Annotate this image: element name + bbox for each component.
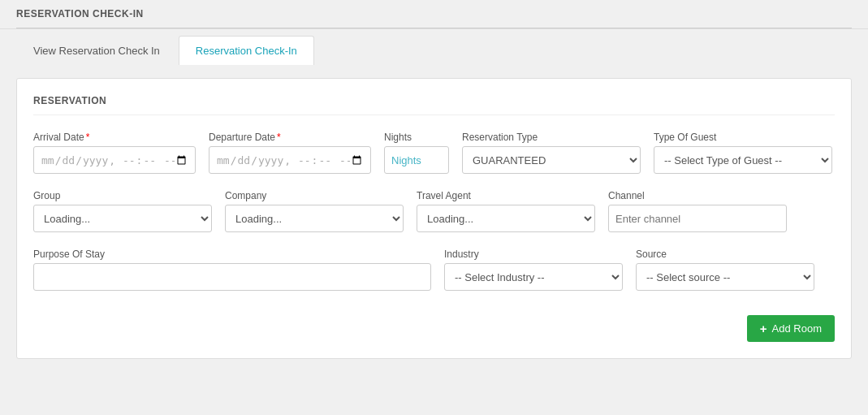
tab-view-reservation[interactable]: View Reservation Check In — [16, 36, 177, 65]
arrival-date-input[interactable] — [33, 146, 196, 174]
page-wrapper: RESERVATION CHECK-IN View Reservation Ch… — [0, 0, 868, 415]
purpose-group: Purpose Of Stay — [33, 249, 431, 291]
industry-select[interactable]: -- Select Industry -- — [444, 263, 623, 291]
top-header: RESERVATION CHECK-IN — [0, 0, 868, 29]
company-group: Company Loading... — [225, 190, 404, 232]
channel-group: Channel — [608, 190, 787, 232]
arrival-date-label: Arrival Date* — [33, 132, 196, 143]
tabs-bar: View Reservation Check In Reservation Ch… — [0, 29, 868, 65]
group-group: Group Loading... — [33, 190, 212, 232]
arrival-date-group: Arrival Date* — [33, 132, 196, 174]
form-row-1: Arrival Date* Departure Date* Nights Res… — [33, 132, 835, 174]
add-room-icon: + — [760, 322, 767, 335]
nights-group: Nights — [384, 132, 449, 174]
guest-type-group: Type Of Guest -- Select Type of Guest -- — [654, 132, 832, 174]
form-row-2: Group Loading... Company Loading... Trav… — [33, 190, 835, 232]
main-content: RESERVATION Arrival Date* Departure Date… — [0, 65, 868, 372]
source-group: Source -- Select source -- — [636, 249, 814, 291]
form-row-3: Purpose Of Stay Industry -- Select Indus… — [33, 249, 835, 291]
departure-date-input[interactable] — [209, 146, 371, 174]
purpose-input[interactable] — [33, 263, 431, 291]
industry-label: Industry — [444, 249, 623, 260]
purpose-label: Purpose Of Stay — [33, 249, 431, 260]
reservation-type-group: Reservation Type GUARANTEED NON-GUARANTE… — [462, 132, 641, 174]
add-room-button[interactable]: + Add Room — [747, 315, 835, 342]
page-title: RESERVATION CHECK-IN — [16, 8, 852, 28]
industry-group: Industry -- Select Industry -- — [444, 249, 623, 291]
section-title: RESERVATION — [33, 95, 835, 115]
channel-label: Channel — [608, 190, 787, 201]
nights-input[interactable] — [384, 146, 449, 174]
company-label: Company — [225, 190, 404, 201]
reservation-type-select[interactable]: GUARANTEED NON-GUARANTEED TENTATIVE — [462, 146, 641, 174]
add-room-label: Add Room — [772, 322, 822, 335]
departure-date-label: Departure Date* — [209, 132, 371, 143]
guest-type-label: Type Of Guest — [654, 132, 832, 143]
source-label: Source — [636, 249, 814, 260]
reservation-card: RESERVATION Arrival Date* Departure Date… — [16, 78, 852, 359]
travel-agent-group: Travel Agent Loading... — [417, 190, 595, 232]
departure-date-group: Departure Date* — [209, 132, 371, 174]
tab-reservation-checkin[interactable]: Reservation Check-In — [179, 36, 314, 65]
source-select[interactable]: -- Select source -- — [636, 263, 814, 291]
button-row: + Add Room — [33, 307, 835, 342]
nights-label: Nights — [384, 132, 449, 143]
company-select[interactable]: Loading... — [225, 205, 404, 232]
travel-agent-label: Travel Agent — [417, 190, 595, 201]
group-label: Group — [33, 190, 212, 201]
group-select[interactable]: Loading... — [33, 205, 212, 232]
channel-input[interactable] — [608, 205, 787, 232]
guest-type-select[interactable]: -- Select Type of Guest -- — [654, 146, 832, 174]
travel-agent-select[interactable]: Loading... — [417, 205, 595, 232]
reservation-type-label: Reservation Type — [462, 132, 641, 143]
